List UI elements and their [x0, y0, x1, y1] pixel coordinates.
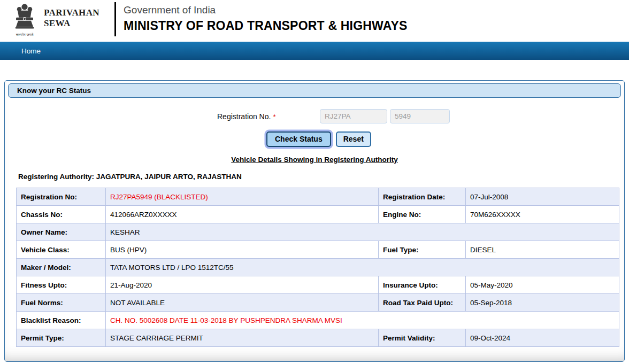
rc-status-panel: Know your RC Status Registration No.* Ch…: [4, 80, 625, 362]
cell-value: KESHAR: [106, 223, 619, 241]
cell-value: 07-Jul-2008: [466, 188, 619, 206]
table-row: Fuel Norms:NOT AVAILABLERoad Tax Paid Up…: [17, 294, 619, 312]
registration-prefix-input[interactable]: [320, 109, 387, 123]
cell-label: Blacklist Reason:: [17, 312, 106, 329]
table-row: Blacklist Reason:CH. NO. 5002608 DATE 11…: [17, 312, 619, 329]
cell-label: Registration No:: [17, 188, 106, 206]
cell-value: STAGE CARRIAGE PERMIT: [106, 329, 379, 347]
table-row: Chassis No:412066ARZ0XXXXXEngine No:70M6…: [17, 206, 619, 223]
cell-label: Maker / Model:: [17, 259, 106, 276]
cell-label: Road Tax Paid Upto:: [379, 294, 466, 312]
cell-value: 21-Aug-2020: [106, 276, 379, 294]
cell-label: Registration Date:: [379, 188, 466, 206]
cell-value: 05-May-2020: [466, 276, 619, 294]
cell-value: 70M626XXXXX: [466, 206, 619, 223]
check-status-button[interactable]: Check Status: [266, 131, 331, 147]
cell-value: BUS (HPV): [106, 241, 379, 259]
nav-home-link[interactable]: Home: [21, 47, 41, 55]
registration-number-input[interactable]: [390, 109, 450, 123]
cell-value: TATA MOTORS LTD / LPO 1512TC/55: [106, 259, 619, 276]
cell-label: Permit Type:: [17, 329, 106, 347]
table-row: Registration No:RJ27PA5949 (BLACKLISTED)…: [17, 188, 619, 206]
cell-label: Fuel Type:: [379, 241, 466, 259]
table-row: Fitness Upto:21-Aug-2020Insurance Upto:0…: [17, 276, 619, 294]
cell-value: CH. NO. 5002608 DATE 11-03-2018 BY PUSHP…: [106, 312, 619, 329]
cell-value: NOT AVAILABLE: [106, 294, 379, 312]
table-row: Maker / Model:TATA MOTORS LTD / LPO 1512…: [17, 259, 619, 276]
cell-label: Owner Name:: [17, 223, 106, 241]
vehicle-details-table: Registration No:RJ27PA5949 (BLACKLISTED)…: [16, 188, 619, 347]
vehicle-details-heading: Vehicle Details Showing in Registering A…: [5, 156, 624, 164]
header-divider: [114, 2, 116, 36]
cell-value: RJ27PA5949 (BLACKLISTED): [106, 188, 379, 206]
cell-label: Engine No:: [379, 206, 466, 223]
cell-value: 05-Sep-2018: [466, 294, 619, 312]
cell-label: Insurance Upto:: [379, 276, 466, 294]
cell-value: 412066ARZ0XXXXX: [106, 206, 379, 223]
brand-name: PARIVAHAN SEWA: [44, 7, 99, 29]
table-row: Vehicle Class:BUS (HPV)Fuel Type:DIESEL: [17, 241, 619, 259]
cell-value: DIESEL: [466, 241, 619, 259]
main-navbar: Home: [0, 42, 629, 60]
government-subtitle: Government of India: [124, 4, 407, 16]
brand-line1: PARIVAHAN: [44, 7, 99, 18]
cell-label: Permit Validity:: [379, 329, 466, 347]
cell-value: 09-Oct-2024: [466, 329, 619, 347]
ashoka-emblem-icon: [13, 3, 36, 30]
ministry-title: MINISTRY OF ROAD TRANSPORT & HIGHWAYS: [124, 19, 407, 33]
registering-authority-line: Registering Authority: JAGATPURA, JAIPUR…: [18, 173, 624, 181]
cell-label: Vehicle Class:: [17, 241, 106, 259]
emblem-caption: सत्यमेव जयते: [11, 33, 39, 37]
form-buttons: Check Status Reset: [5, 131, 624, 147]
cell-label: Chassis No:: [17, 206, 106, 223]
brand-line2: SEWA: [44, 18, 99, 29]
panel-title: Know your RC Status: [8, 83, 621, 98]
registration-label: Registration No.*: [217, 112, 320, 121]
ministry-block: Government of India MINISTRY OF ROAD TRA…: [124, 4, 407, 33]
registration-form-row: Registration No.*: [5, 109, 624, 123]
required-asterisk: *: [273, 113, 275, 121]
india-emblem: सत्यमेव जयते: [11, 3, 39, 37]
cell-label: Fuel Norms:: [17, 294, 106, 312]
cell-label: Fitness Upto:: [17, 276, 106, 294]
table-row: Permit Type:STAGE CARRIAGE PERMITPermit …: [17, 329, 619, 347]
table-row: Owner Name:KESHAR: [17, 223, 619, 241]
site-header: सत्यमेव जयते PARIVAHAN SEWA Government o…: [0, 0, 629, 42]
reset-button[interactable]: Reset: [336, 131, 371, 147]
